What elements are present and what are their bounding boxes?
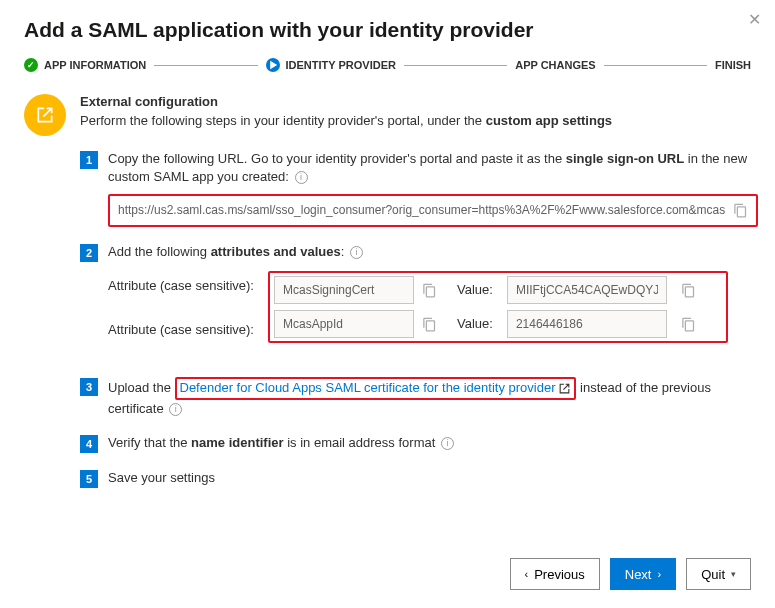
instruction-step-3: 3 Upload the Defender for Cloud Apps SAM… xyxy=(80,377,751,417)
text: Add the following xyxy=(108,244,211,259)
stepper-line xyxy=(604,65,707,66)
certificate-link-box: Defender for Cloud Apps SAML certificate… xyxy=(175,377,577,399)
chevron-down-icon: ▾ xyxy=(731,569,736,579)
button-label: Next xyxy=(625,567,652,582)
previous-button[interactable]: ‹Previous xyxy=(510,558,600,590)
attribute-name-label: Attribute (case sensitive): xyxy=(108,321,258,339)
text: is in email address format xyxy=(284,435,439,450)
text: Upload the xyxy=(108,380,175,395)
step-label: FINISH xyxy=(715,59,751,71)
info-icon[interactable]: i xyxy=(350,246,363,259)
copy-icon[interactable] xyxy=(681,283,696,298)
svg-marker-0 xyxy=(270,61,277,69)
chevron-left-icon: ‹ xyxy=(525,568,529,580)
stepper-line xyxy=(404,65,507,66)
step-number: 3 xyxy=(80,378,98,396)
instruction-step-2: 2 Add the following attributes and value… xyxy=(80,243,751,349)
attribute-value-input[interactable] xyxy=(507,310,667,338)
text: Save your settings xyxy=(108,470,215,485)
sso-url-value[interactable]: https://us2.saml.cas.ms/saml/sso_login_c… xyxy=(118,202,725,219)
page-title: Add a SAML application with your identit… xyxy=(24,18,751,42)
check-icon: ✓ xyxy=(24,58,38,72)
step-app-changes: APP CHANGES xyxy=(515,59,595,71)
chevron-right-icon: › xyxy=(657,568,661,580)
text-bold: attributes and values xyxy=(211,244,341,259)
info-icon[interactable]: i xyxy=(169,403,182,416)
info-icon[interactable]: i xyxy=(441,437,454,450)
close-icon[interactable]: ✕ xyxy=(748,10,761,29)
step-label: APP CHANGES xyxy=(515,59,595,71)
play-icon xyxy=(266,58,280,72)
step-number: 2 xyxy=(80,244,98,262)
attribute-name-input[interactable] xyxy=(274,310,414,338)
copy-icon[interactable] xyxy=(422,283,437,298)
instruction-step-1: 1 Copy the following URL. Go to your ide… xyxy=(80,150,751,227)
quit-button[interactable]: Quit▾ xyxy=(686,558,751,590)
instruction-step-5: 5 Save your settings xyxy=(80,469,751,488)
text: Perform the following steps in your iden… xyxy=(80,113,486,128)
external-link-icon xyxy=(24,94,66,136)
button-label: Previous xyxy=(534,567,585,582)
step-app-information: ✓ APP INFORMATION xyxy=(24,58,146,72)
attribute-value-input[interactable] xyxy=(507,276,667,304)
section-subtext: Perform the following steps in your iden… xyxy=(80,113,751,128)
external-config-section: External configuration Perform the follo… xyxy=(24,94,751,136)
text: : xyxy=(341,244,348,259)
copy-icon[interactable] xyxy=(422,317,437,332)
button-label: Quit xyxy=(701,567,725,582)
copy-icon[interactable] xyxy=(681,317,696,332)
step-identity-provider: IDENTITY PROVIDER xyxy=(266,58,396,72)
attribute-name-input[interactable] xyxy=(274,276,414,304)
info-icon[interactable]: i xyxy=(295,171,308,184)
certificate-download-link[interactable]: Defender for Cloud Apps SAML certificate… xyxy=(180,379,556,397)
text: Verify that the xyxy=(108,435,191,450)
next-button[interactable]: Next› xyxy=(610,558,676,590)
text-bold: single sign-on URL xyxy=(566,151,684,166)
sso-url-box: https://us2.saml.cas.ms/saml/sso_login_c… xyxy=(108,194,758,227)
text-bold: custom app settings xyxy=(486,113,612,128)
text-bold: name identifier xyxy=(191,435,283,450)
stepper-line xyxy=(154,65,257,66)
step-label: APP INFORMATION xyxy=(44,59,146,71)
attribute-value-label: Value: xyxy=(445,315,499,333)
attribute-name-label: Attribute (case sensitive): xyxy=(108,277,258,295)
section-heading: External configuration xyxy=(80,94,751,109)
wizard-stepper: ✓ APP INFORMATION IDENTITY PROVIDER APP … xyxy=(24,58,751,72)
step-number: 5 xyxy=(80,470,98,488)
step-finish: FINISH xyxy=(715,59,751,71)
copy-icon[interactable] xyxy=(733,203,748,218)
instruction-step-4: 4 Verify that the name identifier is in … xyxy=(80,434,751,453)
step-label: IDENTITY PROVIDER xyxy=(286,59,396,71)
wizard-footer: ‹Previous Next› Quit▾ xyxy=(510,558,752,590)
text: Copy the following URL. Go to your ident… xyxy=(108,151,566,166)
step-number: 4 xyxy=(80,435,98,453)
external-link-icon xyxy=(558,382,571,395)
attribute-value-label: Value: xyxy=(445,281,499,299)
step-number: 1 xyxy=(80,151,98,169)
